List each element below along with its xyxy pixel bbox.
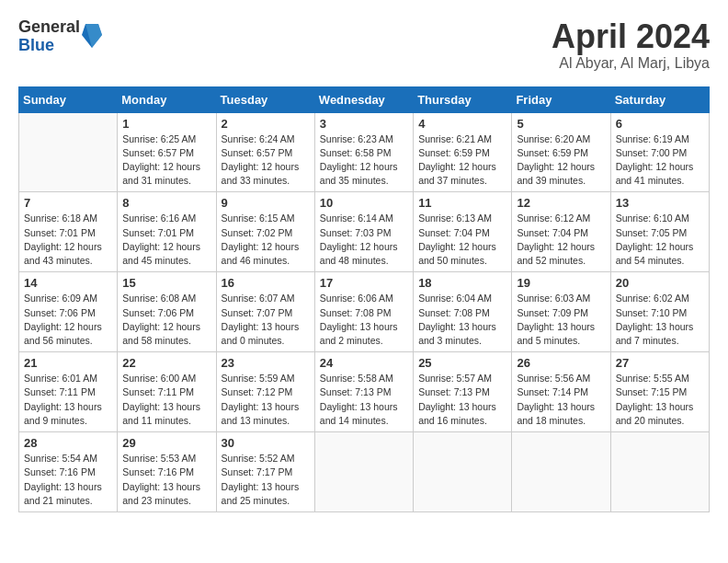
calendar-cell (512, 432, 610, 512)
day-number: 29 (122, 436, 210, 450)
day-number: 20 (616, 276, 704, 290)
day-info: Sunrise: 6:01 AM Sunset: 7:11 PM Dayligh… (24, 372, 112, 428)
day-number: 9 (222, 196, 310, 210)
weekday-header-thursday: Thursday (414, 86, 512, 112)
calendar-cell: 16Sunrise: 6:07 AM Sunset: 7:07 PM Dayli… (216, 272, 314, 352)
month-title: April 2024 (552, 18, 710, 55)
day-info: Sunrise: 6:19 AM Sunset: 7:00 PM Dayligh… (616, 132, 704, 189)
day-number: 18 (418, 276, 506, 290)
day-number: 5 (517, 117, 605, 131)
day-number: 14 (24, 276, 112, 290)
day-info: Sunrise: 6:00 AM Sunset: 7:11 PM Dayligh… (122, 372, 210, 428)
day-info: Sunrise: 6:25 AM Sunset: 6:57 PM Dayligh… (122, 132, 210, 189)
calendar-cell: 8Sunrise: 6:16 AM Sunset: 7:01 PM Daylig… (118, 192, 216, 272)
calendar-cell: 4Sunrise: 6:21 AM Sunset: 6:59 PM Daylig… (414, 112, 512, 192)
day-info: Sunrise: 6:06 AM Sunset: 7:08 PM Dayligh… (320, 292, 408, 348)
day-number: 27 (616, 356, 704, 370)
day-info: Sunrise: 5:59 AM Sunset: 7:12 PM Dayligh… (222, 372, 310, 428)
day-info: Sunrise: 6:16 AM Sunset: 7:01 PM Dayligh… (122, 212, 210, 268)
day-info: Sunrise: 5:53 AM Sunset: 7:16 PM Dayligh… (122, 452, 210, 508)
day-info: Sunrise: 5:58 AM Sunset: 7:13 PM Dayligh… (320, 372, 408, 428)
calendar-cell: 30Sunrise: 5:52 AM Sunset: 7:17 PM Dayli… (216, 432, 314, 512)
day-number: 15 (122, 276, 210, 290)
logo: General Blue (18, 18, 102, 55)
weekday-header-row: SundayMondayTuesdayWednesdayThursdayFrid… (19, 86, 710, 112)
day-number: 24 (320, 356, 408, 370)
weekday-header-sunday: Sunday (19, 86, 118, 112)
day-info: Sunrise: 6:07 AM Sunset: 7:07 PM Dayligh… (222, 292, 310, 348)
calendar-cell: 12Sunrise: 6:12 AM Sunset: 7:04 PM Dayli… (512, 192, 610, 272)
day-number: 21 (24, 356, 112, 370)
calendar-cell: 1Sunrise: 6:25 AM Sunset: 6:57 PM Daylig… (118, 112, 216, 192)
calendar-cell: 23Sunrise: 5:59 AM Sunset: 7:12 PM Dayli… (216, 352, 314, 432)
day-info: Sunrise: 6:03 AM Sunset: 7:09 PM Dayligh… (517, 292, 605, 348)
day-info: Sunrise: 5:56 AM Sunset: 7:14 PM Dayligh… (517, 372, 605, 428)
day-info: Sunrise: 6:09 AM Sunset: 7:06 PM Dayligh… (24, 292, 112, 348)
weekday-header-tuesday: Tuesday (216, 86, 314, 112)
location-title: Al Abyar, Al Marj, Libya (552, 55, 710, 72)
calendar-cell: 17Sunrise: 6:06 AM Sunset: 7:08 PM Dayli… (314, 272, 413, 352)
calendar-week-5: 28Sunrise: 5:54 AM Sunset: 7:16 PM Dayli… (19, 432, 710, 512)
day-info: Sunrise: 6:21 AM Sunset: 6:59 PM Dayligh… (418, 132, 506, 189)
logo-icon (82, 22, 102, 52)
day-info: Sunrise: 5:57 AM Sunset: 7:13 PM Dayligh… (418, 372, 506, 428)
calendar-cell: 2Sunrise: 6:24 AM Sunset: 6:57 PM Daylig… (216, 112, 314, 192)
day-number: 26 (517, 356, 605, 370)
calendar-week-4: 21Sunrise: 6:01 AM Sunset: 7:11 PM Dayli… (19, 352, 710, 432)
calendar-cell: 5Sunrise: 6:20 AM Sunset: 6:59 PM Daylig… (512, 112, 610, 192)
day-number: 10 (320, 196, 408, 210)
day-number: 12 (517, 196, 605, 210)
day-info: Sunrise: 6:23 AM Sunset: 6:58 PM Dayligh… (320, 132, 408, 189)
day-info: Sunrise: 6:20 AM Sunset: 6:59 PM Dayligh… (517, 132, 605, 189)
day-info: Sunrise: 6:10 AM Sunset: 7:05 PM Dayligh… (616, 212, 704, 268)
day-info: Sunrise: 6:13 AM Sunset: 7:04 PM Dayligh… (418, 212, 506, 268)
day-info: Sunrise: 5:52 AM Sunset: 7:17 PM Dayligh… (222, 452, 310, 508)
day-number: 25 (418, 356, 506, 370)
day-number: 30 (222, 436, 310, 450)
calendar-cell: 24Sunrise: 5:58 AM Sunset: 7:13 PM Dayli… (314, 352, 413, 432)
day-info: Sunrise: 6:18 AM Sunset: 7:01 PM Dayligh… (24, 212, 112, 268)
day-info: Sunrise: 6:04 AM Sunset: 7:08 PM Dayligh… (418, 292, 506, 348)
calendar-cell: 13Sunrise: 6:10 AM Sunset: 7:05 PM Dayli… (610, 192, 709, 272)
calendar-cell: 28Sunrise: 5:54 AM Sunset: 7:16 PM Dayli… (19, 432, 118, 512)
calendar-header: SundayMondayTuesdayWednesdayThursdayFrid… (19, 86, 710, 112)
calendar-cell (610, 432, 709, 512)
day-info: Sunrise: 6:02 AM Sunset: 7:10 PM Dayligh… (616, 292, 704, 348)
calendar-body: 1Sunrise: 6:25 AM Sunset: 6:57 PM Daylig… (19, 112, 710, 511)
calendar-week-3: 14Sunrise: 6:09 AM Sunset: 7:06 PM Dayli… (19, 272, 710, 352)
day-number: 7 (24, 196, 112, 210)
calendar-cell: 27Sunrise: 5:55 AM Sunset: 7:15 PM Dayli… (610, 352, 709, 432)
day-info: Sunrise: 6:15 AM Sunset: 7:02 PM Dayligh… (222, 212, 310, 268)
day-number: 11 (418, 196, 506, 210)
calendar-cell: 18Sunrise: 6:04 AM Sunset: 7:08 PM Dayli… (414, 272, 512, 352)
day-number: 1 (122, 117, 210, 131)
weekday-header-wednesday: Wednesday (314, 86, 413, 112)
day-info: Sunrise: 5:54 AM Sunset: 7:16 PM Dayligh… (24, 452, 112, 508)
day-number: 23 (222, 356, 310, 370)
logo-general-text: General (18, 18, 80, 37)
title-block: April 2024 Al Abyar, Al Marj, Libya (552, 18, 710, 72)
day-info: Sunrise: 6:24 AM Sunset: 6:57 PM Dayligh… (222, 132, 310, 189)
calendar-cell: 20Sunrise: 6:02 AM Sunset: 7:10 PM Dayli… (610, 272, 709, 352)
calendar-cell: 19Sunrise: 6:03 AM Sunset: 7:09 PM Dayli… (512, 272, 610, 352)
day-info: Sunrise: 6:08 AM Sunset: 7:06 PM Dayligh… (122, 292, 210, 348)
calendar-week-1: 1Sunrise: 6:25 AM Sunset: 6:57 PM Daylig… (19, 112, 710, 192)
weekday-header-saturday: Saturday (610, 86, 709, 112)
page-header: General Blue April 2024 Al Abyar, Al Mar… (18, 18, 710, 72)
calendar-cell: 14Sunrise: 6:09 AM Sunset: 7:06 PM Dayli… (19, 272, 118, 352)
weekday-header-monday: Monday (118, 86, 216, 112)
calendar-table: SundayMondayTuesdayWednesdayThursdayFrid… (18, 86, 710, 512)
calendar-cell: 29Sunrise: 5:53 AM Sunset: 7:16 PM Dayli… (118, 432, 216, 512)
weekday-header-friday: Friday (512, 86, 610, 112)
calendar-cell (19, 112, 118, 192)
day-number: 3 (320, 117, 408, 131)
day-number: 22 (122, 356, 210, 370)
calendar-cell: 9Sunrise: 6:15 AM Sunset: 7:02 PM Daylig… (216, 192, 314, 272)
calendar-cell: 6Sunrise: 6:19 AM Sunset: 7:00 PM Daylig… (610, 112, 709, 192)
calendar-cell: 22Sunrise: 6:00 AM Sunset: 7:11 PM Dayli… (118, 352, 216, 432)
calendar-cell: 3Sunrise: 6:23 AM Sunset: 6:58 PM Daylig… (314, 112, 413, 192)
calendar-cell: 15Sunrise: 6:08 AM Sunset: 7:06 PM Dayli… (118, 272, 216, 352)
day-number: 4 (418, 117, 506, 131)
day-number: 19 (517, 276, 605, 290)
calendar-cell (314, 432, 413, 512)
